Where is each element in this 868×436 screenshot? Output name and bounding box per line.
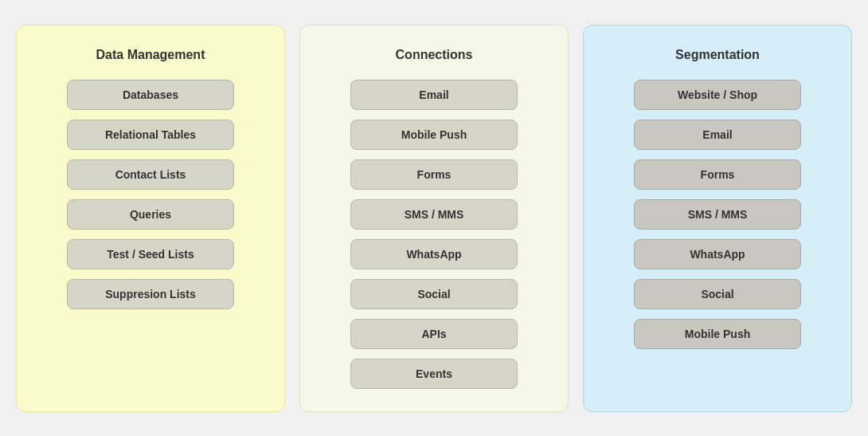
panel-item-data-management-2[interactable]: Contact Lists (67, 159, 234, 190)
panel-item-data-management-0[interactable]: Databases (67, 80, 234, 110)
panel-data-management: Data ManagementDatabasesRelational Table… (16, 25, 285, 412)
panel-item-segmentation-5[interactable]: Social (634, 279, 801, 309)
panel-item-connections-5[interactable]: Social (350, 279, 518, 309)
panel-item-connections-6[interactable]: APIs (350, 319, 518, 349)
panel-title-segmentation: Segmentation (675, 48, 760, 62)
panel-item-connections-2[interactable]: Forms (350, 159, 518, 190)
panel-item-segmentation-1[interactable]: Email (634, 120, 801, 150)
panel-title-connections: Connections (396, 48, 473, 62)
panel-item-segmentation-0[interactable]: Website / Shop (634, 80, 801, 110)
panel-items-data-management: DatabasesRelational TablesContact ListsQ… (36, 80, 265, 309)
panel-item-data-management-3[interactable]: Queries (67, 199, 234, 230)
panel-item-data-management-1[interactable]: Relational Tables (67, 120, 234, 150)
panel-item-segmentation-3[interactable]: SMS / MMS (634, 199, 801, 230)
panel-items-segmentation: Website / ShopEmailFormsSMS / MMSWhatsAp… (603, 80, 832, 349)
panel-segmentation: SegmentationWebsite / ShopEmailFormsSMS … (583, 25, 852, 412)
panels-container: Data ManagementDatabasesRelational Table… (16, 25, 852, 412)
panel-title-data-management: Data Management (96, 48, 205, 62)
panel-item-data-management-4[interactable]: Test / Seed Lists (67, 239, 234, 269)
panel-item-connections-7[interactable]: Events (350, 359, 518, 389)
panel-item-connections-1[interactable]: Mobile Push (350, 120, 518, 150)
panel-item-connections-4[interactable]: WhatsApp (350, 239, 518, 269)
panel-connections: ConnectionsEmailMobile PushFormsSMS / MM… (299, 25, 569, 412)
panel-item-connections-3[interactable]: SMS / MMS (350, 199, 518, 230)
panel-item-connections-0[interactable]: Email (350, 80, 518, 110)
panel-item-segmentation-2[interactable]: Forms (634, 159, 801, 190)
panel-item-segmentation-4[interactable]: WhatsApp (634, 239, 801, 269)
panel-item-data-management-5[interactable]: Suppresion Lists (67, 279, 234, 309)
panel-items-connections: EmailMobile PushFormsSMS / MMSWhatsAppSo… (319, 80, 549, 389)
panel-item-segmentation-6[interactable]: Mobile Push (634, 319, 801, 349)
